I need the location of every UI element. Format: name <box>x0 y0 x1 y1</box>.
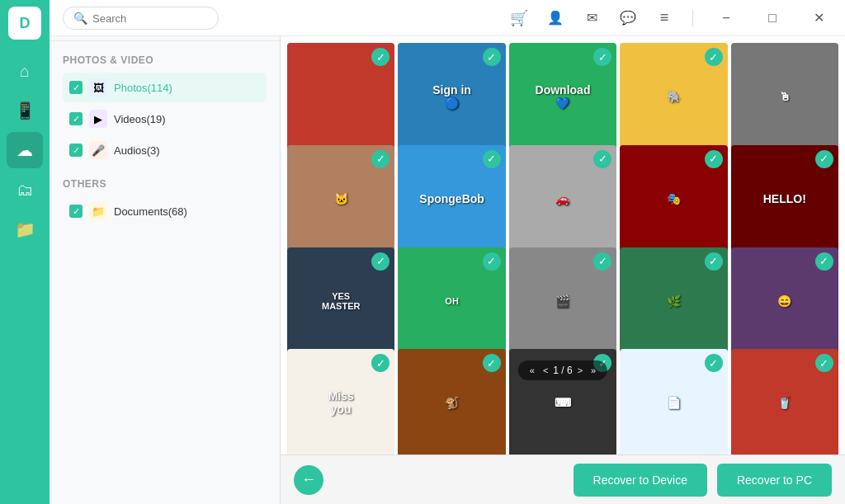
grid-item-17[interactable]: 🐒✓ <box>398 349 505 455</box>
chat-icon[interactable]: 💬 <box>616 7 640 30</box>
maximize-button[interactable]: □ <box>756 0 789 36</box>
section-title-others: Others <box>63 178 267 190</box>
minimize-button[interactable]: − <box>710 0 743 36</box>
close-button[interactable]: ✕ <box>802 0 835 36</box>
grid-item-20[interactable]: 🥤✓ <box>731 349 838 455</box>
icon-bar: D ⌂ 📱 ☁ 🗂 📁 <box>0 0 50 504</box>
photo-grid: ✓Sign in 🔵✓Download 💙✓🐘✓🖱🐱✓SpongeBob✓🚗✓🎭… <box>281 36 845 455</box>
search-icon: 🔍 <box>73 12 87 25</box>
grid-item-3[interactable]: Download 💙✓ <box>509 43 616 150</box>
pagination-next[interactable]: > <box>574 364 586 377</box>
mail-icon[interactable]: ✉ <box>580 7 603 30</box>
audios-icon: 🎤 <box>89 141 107 159</box>
grid-item-15[interactable]: 😄✓ <box>731 247 838 355</box>
check-badge-17: ✓ <box>483 354 501 372</box>
audios-label: Audios(3) <box>114 144 260 157</box>
nav-home[interactable]: ⌂ <box>7 53 43 89</box>
grid-item-1[interactable]: ✓ <box>287 43 394 150</box>
check-badge-15: ✓ <box>815 252 833 271</box>
menu-icon[interactable]: ≡ <box>653 7 676 30</box>
grid-wrapper: ✓Sign in 🔵✓Download 💙✓🐘✓🖱🐱✓SpongeBob✓🚗✓🎭… <box>281 36 845 455</box>
docs-icon: 📁 <box>89 202 107 220</box>
grid-item-2[interactable]: Sign in 🔵✓ <box>398 43 505 150</box>
check-badge-4: ✓ <box>705 48 723 66</box>
grid-item-16[interactable]: Miss you✓ <box>287 349 394 455</box>
grid-item-13[interactable]: 🎬✓ <box>509 247 616 355</box>
check-badge-19: ✓ <box>705 354 723 372</box>
photos-checkbox[interactable]: ✓ <box>69 81 83 94</box>
grid-item-8[interactable]: 🚗✓ <box>509 145 616 252</box>
docs-checkbox[interactable]: ✓ <box>69 205 83 218</box>
category-photos[interactable]: ✓ 🖼 Photos(114) <box>63 73 267 102</box>
panel-body: Photos & Video ✓ 🖼 Photos(114) ✓ ▶ Video… <box>50 41 280 504</box>
pagination-first[interactable]: « <box>526 364 538 377</box>
category-videos[interactable]: ✓ ▶ Videos(19) <box>63 104 267 134</box>
grid-item-12[interactable]: OH✓ <box>398 247 505 355</box>
left-panel: ✓ Select All Photos & Video ✓ 🖼 Photos(1… <box>50 0 281 504</box>
photos-icon: 🖼 <box>89 78 107 97</box>
category-documents[interactable]: ✓ 📁 Documents(68) <box>63 196 267 226</box>
grid-item-7[interactable]: SpongeBob✓ <box>398 145 505 252</box>
check-badge-7: ✓ <box>483 150 501 168</box>
search-bar[interactable]: 🔍 <box>63 7 219 30</box>
grid-item-11[interactable]: YES MASTER✓ <box>287 247 394 355</box>
audios-checkbox[interactable]: ✓ <box>69 144 83 157</box>
grid-item-14[interactable]: 🌿✓ <box>620 247 727 355</box>
grid-item-19[interactable]: 📄✓ <box>620 349 727 455</box>
recover-to-device-button[interactable]: Recover to Device <box>574 464 707 497</box>
check-badge-12: ✓ <box>483 252 501 271</box>
section-title-photos-video: Photos & Video <box>63 54 267 66</box>
videos-checkbox[interactable]: ✓ <box>69 112 83 125</box>
cart-icon[interactable]: 🛒 <box>507 7 531 30</box>
search-input[interactable] <box>92 12 208 25</box>
videos-label: Videos(19) <box>114 113 260 125</box>
check-badge-14: ✓ <box>705 252 723 271</box>
pagination-prev[interactable]: < <box>540 364 551 377</box>
photos-label: Photos(114) <box>114 82 260 94</box>
videos-icon: ▶ <box>89 110 107 128</box>
check-badge-8: ✓ <box>593 150 611 168</box>
app-logo: D <box>8 7 41 40</box>
check-badge-13: ✓ <box>593 252 611 271</box>
check-badge-9: ✓ <box>705 150 723 168</box>
check-badge-11: ✓ <box>371 252 389 271</box>
grid-item-4[interactable]: 🐘✓ <box>620 43 727 150</box>
pagination-overlay[interactable]: « < 1 / 6 > » <box>518 360 607 380</box>
title-bar: 🛒 👤 ✉ 💬 ≡ − □ ✕ 🔍 <box>50 0 845 36</box>
pagination-last[interactable]: » <box>588 364 599 377</box>
check-badge-6: ✓ <box>371 150 389 168</box>
nav-phone[interactable]: 📱 <box>7 92 43 129</box>
check-badge-10: ✓ <box>815 150 833 168</box>
grid-item-6[interactable]: 🐱✓ <box>287 145 394 252</box>
grid-item-5[interactable]: 🖱 <box>731 43 838 150</box>
pagination-info: 1 / 6 <box>553 365 572 376</box>
user-icon[interactable]: 👤 <box>544 7 567 30</box>
check-badge-2: ✓ <box>483 48 501 66</box>
docs-label: Documents(68) <box>114 205 260 218</box>
grid-item-9[interactable]: 🎭✓ <box>620 145 727 252</box>
nav-folder[interactable]: 📁 <box>7 211 43 247</box>
grid-item-10[interactable]: HELLO!✓ <box>731 145 838 252</box>
bottom-bar: ← Recover to Device Recover to PC <box>281 455 845 504</box>
main-content: 🛒 👤 ✉ 💬 ≡ − □ ✕ 🔍 ✓Sign in 🔵✓Download 💙✓… <box>281 0 845 504</box>
nav-backup[interactable]: ☁ <box>7 132 43 168</box>
recover-to-pc-button[interactable]: Recover to PC <box>717 464 832 497</box>
back-button[interactable]: ← <box>294 465 323 495</box>
nav-restore[interactable]: 🗂 <box>7 172 43 208</box>
category-audios[interactable]: ✓ 🎤 Audios(3) <box>63 135 267 165</box>
